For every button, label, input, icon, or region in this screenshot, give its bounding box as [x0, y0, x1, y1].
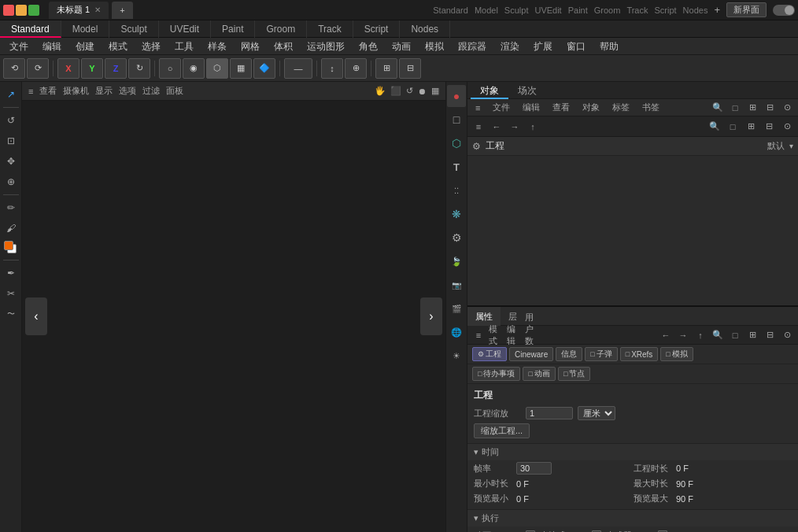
nav-prev-arrow[interactable]: ‹ — [25, 297, 47, 335]
layout-plus[interactable]: + — [714, 4, 720, 16]
nav-next-arrow[interactable]: › — [420, 297, 442, 335]
props-icon3[interactable]: ⊟ — [762, 327, 778, 343]
undo-btn[interactable]: ⟲ — [3, 58, 25, 79]
translate-tool-btn[interactable]: ✥ — [2, 152, 20, 171]
tag-cineware[interactable]: Cineware — [509, 347, 553, 361]
mode-obj-btn[interactable]: 🔷 — [253, 58, 275, 79]
menu-mesh[interactable]: 网格 — [235, 39, 266, 54]
axis-rotate-btn[interactable]: ↻ — [128, 58, 150, 79]
rpanel-file[interactable]: 文件 — [488, 102, 515, 113]
layout-tab-script[interactable]: Script — [353, 20, 401, 38]
axis-y-btn[interactable]: Y — [81, 58, 103, 79]
exec-section-header[interactable]: ▾ 执行 — [467, 510, 798, 526]
redo-btn[interactable]: ⟳ — [27, 58, 49, 79]
close-btn[interactable] — [3, 5, 14, 16]
grid2-btn[interactable]: ⊟ — [399, 58, 421, 79]
menu-select[interactable]: 选择 — [135, 39, 167, 54]
transform1-btn[interactable]: ↕ — [321, 58, 343, 79]
mode-uv-btn[interactable]: ▦ — [230, 58, 252, 79]
tag-bullet[interactable]: □ 子弹 — [585, 347, 617, 361]
rpanel-object[interactable]: 对象 — [578, 102, 604, 113]
menu-window[interactable]: 窗口 — [560, 39, 592, 54]
tab-scene[interactable]: 场次 — [508, 82, 546, 99]
menu-render[interactable]: 渲染 — [494, 39, 526, 54]
particles-icon[interactable]: ⁚⁚ — [447, 179, 466, 201]
light-icon[interactable]: ☀ — [447, 345, 466, 367]
move-tool-btn[interactable]: ⊕ — [2, 172, 20, 191]
rpanel-edit[interactable]: 编辑 — [518, 102, 545, 113]
brush-tool-btn[interactable]: ✏ — [2, 198, 20, 217]
rpanel-icon3[interactable]: ⊟ — [762, 100, 778, 116]
rp-icon2[interactable]: ⊞ — [743, 119, 759, 135]
viewport[interactable]: ‹ › — [22, 101, 445, 532]
rp-back-btn[interactable]: ← — [489, 119, 504, 135]
unit-select[interactable]: 厘米 — [578, 406, 615, 420]
filter-menu[interactable]: 过滤 — [142, 85, 160, 97]
record-icon[interactable]: ⏺ — [418, 87, 427, 96]
menu-animate[interactable]: 动画 — [386, 39, 417, 54]
fps-input[interactable] — [516, 462, 552, 475]
menu-extend[interactable]: 扩展 — [527, 39, 559, 54]
menu-mograph[interactable]: 运动图形 — [301, 39, 351, 54]
new-interface-btn[interactable]: 新界面 — [726, 2, 767, 17]
leaf-icon[interactable]: 🍃 — [447, 250, 466, 272]
axis-z-btn[interactable]: Z — [105, 58, 127, 79]
rp-icon3[interactable]: ⊟ — [761, 119, 777, 135]
grid-icon[interactable]: ▦ — [431, 86, 439, 96]
cut-tool-btn[interactable]: ✂ — [2, 284, 20, 303]
select-tool-btn[interactable]: ↗ — [2, 85, 20, 104]
menu-create[interactable]: 创建 — [69, 39, 101, 54]
frame-icon[interactable]: ⬛ — [390, 86, 401, 96]
viewport-menu-icon[interactable]: ≡ — [28, 87, 33, 96]
tab-object[interactable]: 对象 — [471, 82, 508, 99]
tag-info[interactable]: 信息 — [556, 347, 582, 361]
menu-spline[interactable]: 样条 — [201, 39, 233, 54]
scatter-icon[interactable]: ❋ — [447, 203, 466, 225]
globe-icon[interactable]: 🌐 — [447, 321, 466, 343]
tag-todo[interactable]: □ 待办事项 — [472, 367, 520, 381]
camera-menu[interactable]: 摄像机 — [63, 85, 89, 97]
tab-untitled[interactable]: 未标题 1 ✕ — [49, 2, 109, 19]
undo-view-icon[interactable]: ↺ — [406, 86, 413, 96]
tag-anim[interactable]: □ 动画 — [523, 367, 555, 381]
rpanel-icon4[interactable]: ⊙ — [779, 100, 795, 116]
layout-tab-uvedit[interactable]: UVEdit — [159, 20, 211, 38]
props-userdata-btn[interactable]: 用户数据 — [525, 327, 541, 343]
layout-tab-model[interactable]: Model — [61, 20, 110, 38]
layout-tab-nodes[interactable]: Nodes — [400, 20, 450, 38]
menu-tracker[interactable]: 跟踪器 — [452, 39, 493, 54]
rp-icon1[interactable]: □ — [725, 119, 741, 135]
text-mode-icon[interactable]: T — [447, 156, 466, 178]
rotate-tool-btn[interactable]: ↺ — [2, 111, 20, 130]
mode-poly-btn[interactable]: ⬡ — [206, 58, 228, 79]
mode-edge-btn[interactable]: ◉ — [183, 58, 205, 79]
props-fwd-icon[interactable]: → — [675, 327, 691, 343]
video-icon[interactable]: 🎬 — [447, 297, 466, 320]
snap-btn[interactable]: — — [284, 58, 312, 79]
paint-tool-btn[interactable]: 🖌 — [2, 219, 20, 238]
hand-icon[interactable]: 🖐 — [375, 86, 386, 96]
rpanel-icon1[interactable]: □ — [727, 100, 743, 116]
wave-tool-btn[interactable]: 〜 — [2, 305, 20, 323]
menu-file[interactable]: 文件 — [3, 39, 35, 54]
props-icon4[interactable]: ⊙ — [779, 327, 795, 343]
minimize-btn[interactable] — [16, 5, 27, 16]
menu-help[interactable]: 帮助 — [593, 39, 625, 54]
tag-node[interactable]: □ 节点 — [558, 367, 590, 381]
menu-mode[interactable]: 模式 — [102, 39, 134, 54]
rpanel-bookmark[interactable]: 书签 — [637, 102, 664, 113]
object-mode-icon[interactable]: ● — [447, 85, 466, 107]
rpanel-view[interactable]: 查看 — [548, 102, 574, 113]
panel-menu[interactable]: 面板 — [166, 85, 183, 97]
rpanel-menu-icon[interactable]: ≡ — [471, 103, 485, 113]
props-search-icon[interactable]: 🔍 — [710, 327, 726, 343]
scale-input[interactable] — [526, 407, 573, 419]
layout-tab-standard[interactable]: Standard — [0, 20, 61, 38]
pen-tool-btn[interactable]: ✒ — [2, 264, 20, 283]
props-edit-btn[interactable]: 编辑 — [507, 327, 523, 343]
axis-x-btn[interactable]: X — [57, 58, 79, 79]
tag-simulate[interactable]: □ 模拟 — [660, 347, 693, 361]
tag-xrefs[interactable]: □ XRefs — [620, 347, 659, 361]
rp-icon4[interactable]: ⊙ — [779, 119, 795, 135]
time-section-header[interactable]: ▾ 时间 — [467, 444, 798, 460]
